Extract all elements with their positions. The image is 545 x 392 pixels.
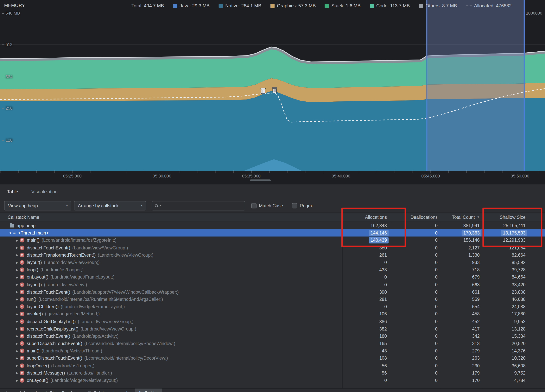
- status-bar-item-al[interactable]: al: [0, 388, 11, 392]
- memory-area-chart[interactable]: [0, 0, 545, 173]
- callstack-name: dispatchTouchEvent(): [27, 289, 70, 295]
- regex-checkbox[interactable]: Regex: [292, 203, 313, 208]
- callstack-class: (Landroid/view/ViewGroup;): [78, 319, 133, 324]
- callstack-class: (Landroid/widget/FrameLayout;): [50, 275, 114, 280]
- column-header-shallow-size[interactable]: Shallow Size: [484, 215, 545, 220]
- table-row[interactable]: ▶mloop()(Landroid/os/Looper;)433071839,7…: [0, 266, 545, 274]
- allocations-value: 281: [378, 296, 389, 302]
- status-bar: al≡6: Logcat◈Blaze Problems▤Database Ins…: [0, 388, 545, 392]
- search-history-chevron-icon[interactable]: ▾: [160, 204, 161, 207]
- column-header-callstack-name[interactable]: Callstack Name: [0, 215, 342, 220]
- table-row[interactable]: ▶mrecreateChildDisplayList()(Landroid/vi…: [0, 325, 545, 332]
- expand-arrow-icon[interactable]: ▶: [14, 356, 20, 360]
- table-row[interactable]: ▶monLayout()(Landroid/widget/FrameLayout…: [0, 274, 545, 281]
- expand-arrow-icon[interactable]: ▶: [14, 290, 20, 294]
- chart-scrollbar[interactable]: [250, 179, 271, 181]
- deallocations-value: 0: [433, 281, 439, 288]
- search-input[interactable]: [163, 203, 242, 209]
- tab-visualization[interactable]: Visualization: [31, 189, 58, 194]
- table-row[interactable]: ▶msuperDispatchTouchEvent()(Lcom/android…: [0, 340, 545, 347]
- column-header-deallocations[interactable]: Deallocations: [392, 215, 441, 220]
- table-row[interactable]: ▶mdispatchTouchEvent()(Landroid/app/Acti…: [0, 332, 545, 340]
- profiler-window: MEMORY Total: 494.7 MB Java: 29.3 MBNati…: [0, 0, 545, 392]
- expand-arrow-icon[interactable]: ▶: [14, 364, 20, 367]
- table-row[interactable]: ▶mdispatchTouchEvent()(Landroid/support/…: [0, 288, 545, 296]
- table-row[interactable]: ▶mmain()(Landroid/app/ActivityThread;)43…: [0, 347, 545, 355]
- arrange-select-dropdown[interactable]: Arrange by callstack ▾: [74, 201, 146, 210]
- table-row[interactable]: ▶mdispatchMessage()(Landroid/os/Handler;…: [0, 369, 545, 377]
- expand-arrow-icon[interactable]: ▶: [14, 349, 20, 353]
- expand-arrow-icon[interactable]: ▶: [14, 246, 20, 249]
- status-bar-item-6-logcat[interactable]: ≡6: Logcat: [11, 388, 41, 392]
- table-row[interactable]: ▶mdispatchGetDisplayList()(Landroid/view…: [0, 318, 545, 325]
- expand-arrow-icon[interactable]: ▶: [14, 239, 20, 242]
- table-row[interactable]: ▶monLayout()(Landroid/widget/RelativeLay…: [0, 377, 545, 384]
- collapse-arrow-icon[interactable]: ▼: [7, 231, 13, 235]
- callstack-name: layout(): [27, 282, 42, 287]
- table-row[interactable]: ▶mlayout()(Landroid/view/View;)0066333,4…: [0, 281, 545, 288]
- allocations-value: 106: [378, 311, 389, 317]
- table-row[interactable]: ▶mrun()(Lcom/android/internal/os/Runtime…: [0, 296, 545, 303]
- expand-arrow-icon[interactable]: ▶: [14, 283, 20, 286]
- deallocations-value: 0: [433, 333, 439, 339]
- table-row[interactable]: ▶mlayout()(Landroid/view/ViewGroup;)0093…: [0, 259, 545, 266]
- expand-arrow-icon[interactable]: ▶: [14, 334, 20, 338]
- expand-arrow-icon[interactable]: ▶: [14, 371, 20, 375]
- table-row[interactable]: ▶mdispatchTransformedTouchEvent()(Landro…: [0, 251, 545, 259]
- heap-select-dropdown[interactable]: View app heap ▾: [4, 201, 71, 210]
- legend-item-label: Code: 113.7 MB: [376, 3, 410, 8]
- search-box[interactable]: ▾: [152, 201, 245, 210]
- allocations-value: 144,146: [369, 230, 389, 236]
- shallow-size-value: 12,291,933: [501, 237, 527, 243]
- column-header-total-count[interactable]: Total Count ▼: [441, 215, 484, 220]
- tab-table[interactable]: Table: [7, 189, 18, 194]
- table-row[interactable]: ▶msuperDispatchTouchEvent()(Lcom/android…: [0, 355, 545, 362]
- expand-arrow-icon[interactable]: ▶: [14, 253, 20, 257]
- legend-swatch-icon: [419, 4, 423, 8]
- status-bar-item-profiler[interactable]: ↻Profiler: [135, 388, 162, 392]
- method-icon: m: [20, 297, 24, 301]
- status-bar-item-label: Database Inspector: [93, 390, 131, 392]
- status-bar-item-blaze-problems[interactable]: ◈Blaze Problems: [41, 388, 84, 392]
- method-icon: m: [20, 319, 24, 324]
- allocations-value: 261: [378, 252, 389, 258]
- expand-arrow-icon[interactable]: ▶: [14, 298, 20, 301]
- table-row[interactable]: ▶mloopOnce()(Landroid/os/Looper;)5602303…: [0, 362, 545, 369]
- legend-item-label: Stack: 1.6 MB: [331, 3, 361, 8]
- expand-arrow-icon[interactable]: ▶: [14, 379, 20, 382]
- table-row[interactable]: ▶mlayoutChildren()(Landroid/widget/Frame…: [0, 303, 545, 310]
- deallocations-value: 0: [433, 355, 439, 361]
- checkbox-icon[interactable]: [251, 203, 256, 208]
- gc-event-icon[interactable]: [261, 88, 266, 94]
- table-row[interactable]: app heap162,8480381,99125,165,411: [0, 222, 545, 229]
- expand-arrow-icon[interactable]: ▶: [14, 268, 20, 272]
- table-row[interactable]: ▼≡<Thread main>144,1460170,36313,175,593: [0, 229, 545, 237]
- table-row[interactable]: ▶mmain()(Lcom/android/internal/os/Zygote…: [0, 237, 545, 244]
- checkbox-icon[interactable]: [292, 203, 297, 208]
- y-axis-label: 128: [2, 138, 12, 143]
- expand-arrow-icon[interactable]: ▶: [14, 305, 20, 308]
- total-count-value: 452: [470, 318, 481, 324]
- expand-arrow-icon[interactable]: ▶: [14, 275, 20, 279]
- deallocations-value: 0: [433, 296, 439, 302]
- allocations-value: 380: [378, 245, 389, 251]
- expand-arrow-icon[interactable]: ▶: [14, 327, 20, 330]
- total-count-value: 933: [470, 259, 481, 266]
- allocated-dash-icon: [466, 6, 472, 6]
- expand-arrow-icon[interactable]: ▶: [14, 320, 20, 323]
- expand-arrow-icon[interactable]: ▶: [14, 342, 20, 345]
- arrange-select-value: Arrange by callstack: [78, 203, 119, 208]
- legend-swatch-icon: [173, 4, 177, 8]
- status-bar-item-database-inspector[interactable]: ▤Database Inspector: [84, 388, 135, 392]
- expand-arrow-icon[interactable]: ▶: [14, 312, 20, 316]
- total-count-value: 170,363: [462, 230, 481, 236]
- expand-arrow-icon[interactable]: ▶: [14, 261, 20, 264]
- table-row[interactable]: ▶minvoke()(Ljava/lang/reflect/Method;)10…: [0, 310, 545, 318]
- shallow-size-value: 13,128: [510, 326, 527, 332]
- match-case-checkbox[interactable]: Match Case: [251, 203, 283, 208]
- gc-event-icon[interactable]: [272, 87, 277, 93]
- legend-swatch-icon: [270, 4, 274, 8]
- table-row[interactable]: ▶mdispatchTouchEvent()(Landroid/view/Vie…: [0, 244, 545, 251]
- total-count-value: 179: [470, 370, 481, 376]
- column-header-allocations[interactable]: Allocations: [342, 215, 392, 220]
